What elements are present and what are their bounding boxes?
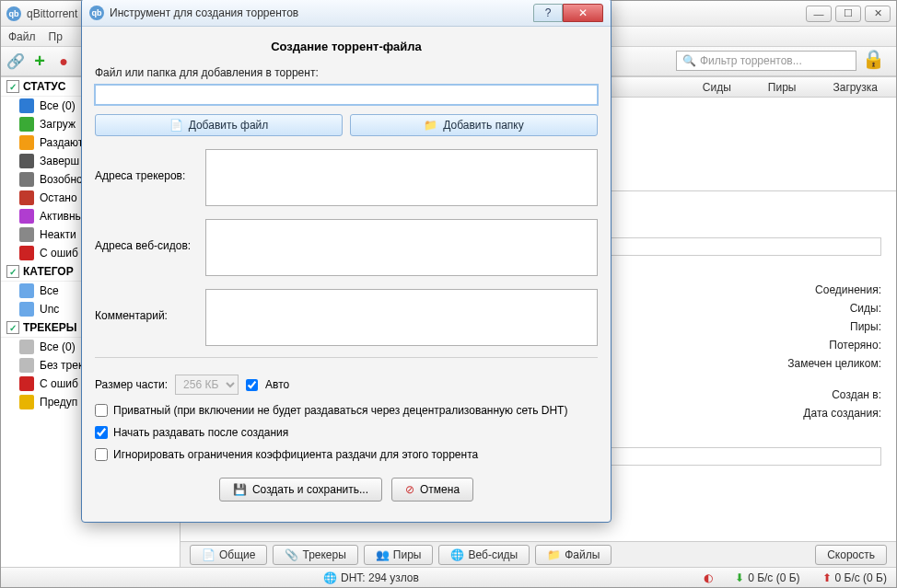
app-icon: qb bbox=[89, 6, 104, 20]
sidebar-item-label: Возобно bbox=[40, 173, 83, 186]
status-icon bbox=[19, 376, 34, 391]
sidebar-item-label: С ошиб bbox=[40, 247, 78, 259]
status-icon bbox=[19, 154, 34, 168]
statusbar: 🌐DHT: 294 узлов ◐ ⬇0 Б/с (0 Б) ⬆0 Б/с (0… bbox=[1, 567, 896, 587]
col-seeds[interactable]: Сиды bbox=[703, 81, 731, 94]
divider bbox=[95, 357, 598, 358]
add-folder-button[interactable]: 📁Добавить папку bbox=[350, 114, 598, 136]
dialog-help-button[interactable]: ? bbox=[533, 4, 563, 22]
tab-4[interactable]: 📁Файлы bbox=[535, 545, 612, 565]
ignore-ratio-checkbox[interactable] bbox=[95, 448, 108, 461]
col-download[interactable]: Загрузка bbox=[833, 81, 878, 94]
check-icon: ✓ bbox=[6, 321, 19, 334]
sidebar-item-label: Активнь bbox=[40, 210, 81, 223]
status-icon bbox=[19, 98, 34, 113]
private-label: Приватный (при включении не будет раздав… bbox=[113, 404, 567, 417]
sidebar-item-label: С ошиб bbox=[40, 377, 78, 390]
link-icon[interactable]: 🔗 bbox=[6, 52, 25, 71]
info-label: Дата создания: bbox=[803, 407, 881, 420]
sidebar-item-label: Unc bbox=[40, 303, 59, 316]
add-icon[interactable]: + bbox=[30, 52, 49, 71]
webseeds-label: Адреса веб-сидов: bbox=[95, 219, 198, 252]
cancel-button[interactable]: ⊘Отмена bbox=[391, 478, 473, 502]
folder-icon: 📁 bbox=[424, 119, 437, 132]
info-label: Потеряно: bbox=[829, 339, 881, 352]
sidebar-item-label: Все bbox=[40, 284, 59, 297]
status-icon bbox=[19, 246, 34, 260]
tab-icon: 👥 bbox=[376, 548, 390, 561]
tab-icon: 📄 bbox=[202, 548, 216, 561]
remove-icon[interactable]: ● bbox=[54, 52, 73, 71]
status-icon bbox=[19, 172, 34, 187]
trackers-input[interactable] bbox=[205, 149, 598, 206]
info-label: Сиды: bbox=[850, 302, 881, 315]
speed-button[interactable]: Скорость bbox=[815, 545, 887, 565]
save-icon: 💾 bbox=[233, 483, 247, 496]
tab-1[interactable]: 📎Трекеры bbox=[273, 545, 357, 565]
status-icon bbox=[19, 227, 34, 242]
dialog-body: Создание торрент-файла Файл или папка дл… bbox=[82, 27, 611, 522]
status-icon bbox=[19, 302, 34, 317]
piece-size-label: Размер части: bbox=[95, 378, 168, 391]
dialog-title: Инструмент для создания торрентов bbox=[110, 6, 533, 19]
status-icon bbox=[19, 117, 34, 132]
maximize-button[interactable]: ☐ bbox=[835, 6, 861, 22]
tab-3[interactable]: 🌐Веб-сиды bbox=[438, 545, 530, 565]
search-icon: 🔍 bbox=[682, 54, 696, 67]
lock-icon[interactable]: 🔒 bbox=[862, 48, 884, 72]
add-file-button[interactable]: 📄Добавить файл bbox=[95, 114, 343, 136]
private-checkbox[interactable] bbox=[95, 404, 108, 417]
trackers-label: Адреса трекеров: bbox=[95, 149, 198, 182]
col-peers[interactable]: Пиры bbox=[768, 81, 797, 94]
comment-input[interactable] bbox=[205, 289, 598, 346]
download-icon: ⬇ bbox=[735, 571, 744, 584]
sidebar-item-label: Остано bbox=[40, 191, 77, 204]
path-label: Файл или папка для добавления в торрент: bbox=[95, 66, 598, 79]
sidebar-item-label: Предуп bbox=[40, 396, 77, 409]
info-label: Пиры: bbox=[850, 320, 881, 333]
auto-label: Авто bbox=[265, 378, 289, 391]
cancel-icon: ⊘ bbox=[405, 483, 414, 496]
seed-checkbox[interactable] bbox=[95, 426, 108, 439]
check-icon: ✓ bbox=[6, 80, 19, 93]
menu-pr[interactable]: Пр bbox=[49, 30, 63, 43]
status-icon bbox=[19, 135, 34, 150]
menu-file[interactable]: Файл bbox=[8, 30, 36, 43]
path-input[interactable] bbox=[95, 85, 598, 105]
tab-0[interactable]: 📄Общие bbox=[190, 545, 267, 565]
filter-input[interactable]: 🔍 Фильтр торрентов... bbox=[676, 51, 856, 71]
sidebar-item-label: Все (0) bbox=[40, 99, 76, 112]
file-icon: 📄 bbox=[169, 119, 183, 132]
check-icon: ✓ bbox=[6, 265, 19, 278]
app-icon: qb bbox=[6, 6, 21, 21]
seed-label: Начать раздавать после создания bbox=[113, 426, 288, 439]
status-icon bbox=[19, 190, 34, 205]
auto-checkbox[interactable] bbox=[246, 379, 258, 391]
tab-icon: 📁 bbox=[547, 548, 561, 561]
dialog-close-button[interactable]: ✕ bbox=[563, 4, 603, 22]
sidebar-item-label: Без трек bbox=[40, 359, 83, 372]
close-button[interactable]: ✕ bbox=[865, 6, 891, 22]
info-label: Замечен целиком: bbox=[787, 357, 881, 370]
sidebar-item-label: Заверш bbox=[40, 155, 79, 167]
minimize-button[interactable]: — bbox=[806, 6, 832, 22]
ignore-ratio-label: Игнорировать ограничения коэффициента ра… bbox=[113, 448, 478, 461]
status-icon bbox=[19, 283, 34, 298]
dialog-titlebar: qb Инструмент для создания торрентов ? ✕ bbox=[82, 0, 611, 27]
tab-2[interactable]: 👥Пиры bbox=[364, 545, 434, 565]
create-save-button[interactable]: 💾Создать и сохранить... bbox=[219, 478, 382, 502]
webseeds-input[interactable] bbox=[205, 219, 598, 276]
down-speed: 0 Б/с (0 Б) bbox=[748, 571, 799, 584]
sidebar-item-label: Неакти bbox=[40, 228, 76, 241]
dialog-heading: Создание торрент-файла bbox=[95, 40, 598, 53]
status-icon bbox=[19, 340, 34, 354]
sidebar-item-label: Раздают bbox=[40, 136, 83, 149]
details-tabs: 📄Общие📎Трекеры👥Пиры🌐Веб-сиды📁Файлы Скоро… bbox=[181, 541, 896, 567]
status-icon bbox=[19, 209, 34, 224]
sidebar-item-label: Загруж bbox=[40, 118, 76, 131]
piece-size-select: 256 КБ bbox=[175, 375, 239, 395]
sidebar-item-label: Все (0) bbox=[40, 340, 76, 353]
tab-icon: 📎 bbox=[285, 548, 298, 561]
filter-placeholder: Фильтр торрентов... bbox=[700, 54, 802, 67]
info-label: Соединения: bbox=[815, 283, 881, 296]
